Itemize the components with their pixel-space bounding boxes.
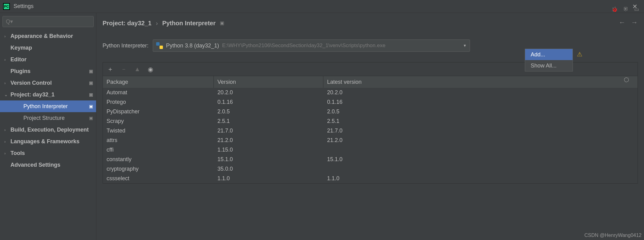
sidebar-item-advanced-settings[interactable]: Advanced Settings xyxy=(0,159,96,171)
shield-icon[interactable]: ⛨ xyxy=(623,6,629,12)
chevron-down-icon: ▼ xyxy=(463,43,467,48)
python-icon xyxy=(156,42,163,49)
sidebar-item-label: Version Control xyxy=(10,80,89,86)
sidebar-item-project-day32-1[interactable]: ⌄Project: day32_1▣ xyxy=(0,89,96,100)
search-input[interactable] xyxy=(2,16,94,27)
chevron-right-icon: › xyxy=(156,20,158,27)
cell-package: cffi xyxy=(103,147,214,153)
sidebar-item-label: Build, Execution, Deployment xyxy=(10,127,93,133)
sidebar-item-version-control[interactable]: ›Version Control▣ xyxy=(0,77,96,89)
panel-icon: ▣ xyxy=(89,92,93,97)
table-row[interactable]: cssselect1.1.01.1.0 xyxy=(103,174,638,183)
chevron-icon: ⌄ xyxy=(4,92,9,97)
cell-package: Protego xyxy=(103,99,214,105)
table-header: Package Version Latest version xyxy=(103,76,638,88)
sidebar-item-label: Editor xyxy=(10,56,93,63)
sidebar-item-label: Keymap xyxy=(10,45,93,51)
breadcrumb: Project: day32_1 › Python Interpreter ▣ xyxy=(103,13,638,33)
sidebar-item-build-execution-deployment[interactable]: ›Build, Execution, Deployment xyxy=(0,124,96,136)
cell-version: 20.2.0 xyxy=(214,89,323,96)
cell-version: 35.0.0 xyxy=(214,166,323,172)
sidebar-item-label: Languages & Frameworks xyxy=(10,138,93,145)
watermark: CSDN @HenryWang0412 xyxy=(585,233,642,238)
cell-latest: 15.1.0 xyxy=(323,156,638,163)
cell-version: 1.15.0 xyxy=(214,147,323,153)
sidebar-item-editor[interactable]: ›Editor xyxy=(0,54,96,65)
cell-version: 1.1.0 xyxy=(214,175,323,182)
table-row[interactable]: cffi1.15.0 xyxy=(103,145,638,155)
sidebar-item-keymap[interactable]: Keymap xyxy=(0,42,96,54)
sidebar-item-python-interpreter[interactable]: Python Interpreter▣ xyxy=(0,100,96,112)
upgrade-package-icon[interactable]: ▲ xyxy=(134,66,140,73)
table-row[interactable]: Scrapy2.5.12.5.1 xyxy=(103,116,638,126)
cell-package: constantly xyxy=(103,156,214,163)
add-package-icon[interactable]: ＋ xyxy=(107,65,113,73)
header-package[interactable]: Package xyxy=(103,76,214,88)
cell-package: cryptography xyxy=(103,166,214,172)
sidebar-item-plugins[interactable]: Plugins▣ xyxy=(0,65,96,77)
menu-show-all[interactable]: Show All... xyxy=(525,60,573,71)
more-icon[interactable]: ▭ xyxy=(634,6,639,13)
cell-version: 21.7.0 xyxy=(214,128,323,134)
chevron-icon: › xyxy=(4,151,9,156)
panel-icon: ▣ xyxy=(89,104,93,109)
table-row[interactable]: constantly15.1.015.1.0 xyxy=(103,155,638,164)
panel-icon: ▣ xyxy=(89,69,93,74)
cell-package: Twisted xyxy=(103,128,214,134)
table-row[interactable]: cryptography35.0.0 xyxy=(103,164,638,174)
cell-version: 0.1.16 xyxy=(214,99,323,105)
show-early-releases-icon[interactable]: ◉ xyxy=(148,66,153,73)
cell-latest: 1.1.0 xyxy=(323,175,638,182)
nav-forward-icon[interactable]: → xyxy=(631,18,638,26)
cell-latest: 21.2.0 xyxy=(323,137,638,144)
table-row[interactable]: Protego0.1.160.1.16 xyxy=(103,97,638,107)
sidebar-item-appearance-behavior[interactable]: ›Appearance & Behavior xyxy=(0,30,96,42)
table-row[interactable]: Automat20.2.020.2.0 xyxy=(103,88,638,97)
panel-icon[interactable]: ▣ xyxy=(220,20,224,26)
package-table: Package Version Latest version Automat20… xyxy=(103,76,638,184)
bug-icon[interactable]: 🐞 xyxy=(611,6,618,13)
sidebar-item-label: Advanced Settings xyxy=(10,162,93,168)
table-row[interactable]: attrs21.2.021.2.0 xyxy=(103,136,638,145)
header-version[interactable]: Version xyxy=(214,76,323,88)
cell-version: 2.0.5 xyxy=(214,108,323,115)
cell-latest: 21.7.0 xyxy=(323,128,638,134)
table-row[interactable]: Twisted21.7.021.7.0 xyxy=(103,126,638,136)
remove-package-icon[interactable]: － xyxy=(121,65,127,73)
interpreter-label: Python Interpreter: xyxy=(103,43,148,49)
cell-package: Automat xyxy=(103,89,214,96)
settings-sidebar: ›Appearance & BehaviorKeymap›EditorPlugi… xyxy=(0,13,96,240)
interpreter-select[interactable]: Python 3.8 (day32_1) E:\WHY\Python2106\S… xyxy=(153,39,470,52)
interpreter-path: E:\WHY\Python2106\SecondSection\day32_1\… xyxy=(222,43,460,49)
cell-version: 15.1.0 xyxy=(214,156,323,163)
sidebar-item-label: Appearance & Behavior xyxy=(10,33,93,39)
header-latest[interactable]: Latest version xyxy=(323,76,638,88)
cell-version: 21.2.0 xyxy=(214,137,323,144)
warning-icon[interactable]: ⚠ xyxy=(577,51,582,58)
cell-package: Scrapy xyxy=(103,118,214,124)
sidebar-item-languages-frameworks[interactable]: ›Languages & Frameworks xyxy=(0,136,96,147)
cell-package: cssselect xyxy=(103,175,214,182)
table-row[interactable]: PyDispatcher2.0.52.0.5 xyxy=(103,107,638,116)
breadcrumb-page: Python Interpreter xyxy=(162,20,216,27)
breadcrumb-project[interactable]: Project: day32_1 xyxy=(103,20,152,27)
cell-latest: 20.2.0 xyxy=(323,89,638,96)
chevron-icon: › xyxy=(4,34,9,39)
nav-back-icon[interactable]: ← xyxy=(619,18,626,26)
menu-add[interactable]: Add... xyxy=(525,49,573,60)
sidebar-item-tools[interactable]: ›Tools xyxy=(0,147,96,159)
sidebar-item-project-structure[interactable]: Project Structure▣ xyxy=(0,112,96,124)
chevron-icon: › xyxy=(4,128,9,132)
loading-spinner-icon xyxy=(624,77,629,82)
chevron-icon: › xyxy=(4,57,9,62)
sidebar-item-label: Tools xyxy=(10,150,93,157)
sidebar-item-label: Project: day32_1 xyxy=(10,92,89,98)
panel-icon: ▣ xyxy=(89,116,93,120)
cell-package: PyDispatcher xyxy=(103,108,214,115)
interpreter-dropdown-menu: Add... Show All... xyxy=(525,49,573,71)
interpreter-name: Python 3.8 (day32_1) xyxy=(166,43,219,49)
window-title: Settings xyxy=(14,3,34,10)
cell-latest: 2.5.1 xyxy=(323,118,638,124)
sidebar-item-label: Plugins xyxy=(10,68,89,75)
cell-latest: 0.1.16 xyxy=(323,99,638,105)
